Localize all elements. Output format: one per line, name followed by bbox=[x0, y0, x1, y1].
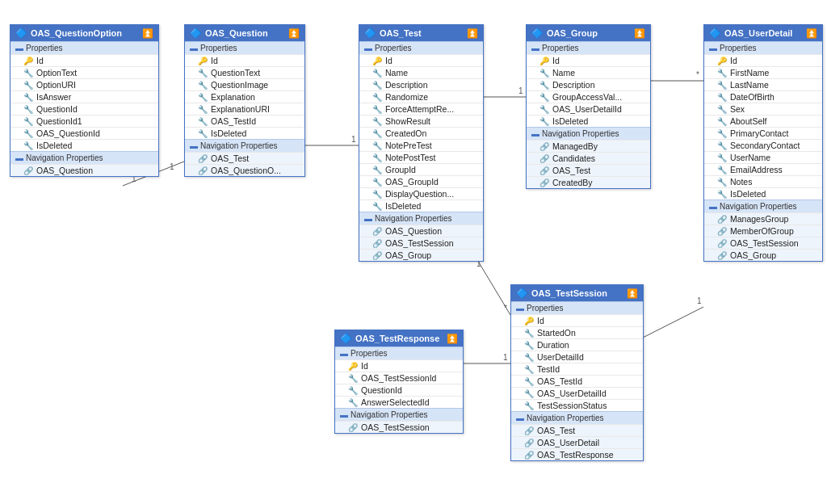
entity-icon: 🔷 bbox=[340, 333, 352, 344]
properties-section-header: ▬ Properties bbox=[185, 41, 304, 54]
entity-icon: 🔷 bbox=[15, 27, 27, 39]
nav-section-header: ▬ Navigation Properties bbox=[704, 200, 822, 212]
svg-text:1: 1 bbox=[518, 86, 523, 95]
entity-icon: 🔷 bbox=[190, 27, 202, 39]
entity-questionoption-header: 🔷 OAS_QuestionOption ⏫ bbox=[10, 25, 158, 41]
entity-test-title: OAS_Test bbox=[380, 28, 422, 38]
entity-icon: 🔷 bbox=[531, 27, 544, 39]
entity-testsession-header: 🔷 OAS_TestSession ⏫ bbox=[511, 285, 643, 301]
entity-group-title: OAS_Group bbox=[547, 28, 598, 38]
row-id: 🔑Id bbox=[10, 54, 158, 66]
properties-section-header: ▬ Properties bbox=[335, 346, 463, 359]
entity-userdetail-title: OAS_UserDetail bbox=[724, 28, 792, 38]
entity-question: 🔷 OAS_Question ⏫ ▬ Properties 🔑Id 🔧Quest… bbox=[184, 24, 305, 177]
row-isanswer: 🔧IsAnswer bbox=[10, 90, 158, 103]
entity-userdetail: 🔷 OAS_UserDetail ⏫ ▬ Properties 🔑Id 🔧Fir… bbox=[703, 24, 823, 262]
expand-icon[interactable]: ⏫ bbox=[806, 28, 817, 39]
entity-group: 🔷 OAS_Group ⏫ ▬ Properties 🔑Id 🔧Name 🔧De… bbox=[526, 24, 651, 189]
nav-section-header: ▬ Navigation Properties bbox=[335, 408, 463, 421]
entity-testsession: 🔷 OAS_TestSession ⏫ ▬ Properties 🔑Id 🔧St… bbox=[510, 284, 644, 461]
nav-section-header: ▬ Navigation Properties bbox=[359, 212, 483, 225]
row-isdeleted: 🔧IsDeleted bbox=[10, 139, 158, 151]
properties-section-header: ▬ Properties bbox=[359, 41, 483, 54]
properties-section-header: ▬ Properties bbox=[511, 301, 643, 314]
entity-testresponse-header: 🔷 OAS_TestResponse ⏫ bbox=[335, 330, 463, 346]
row-oasquestionid: 🔧OAS_QuestionId bbox=[10, 127, 158, 139]
entity-question-header: 🔷 OAS_Question ⏫ bbox=[185, 25, 304, 41]
expand-icon[interactable]: ⏫ bbox=[288, 28, 300, 39]
expand-icon[interactable]: ⏫ bbox=[634, 28, 645, 39]
entity-questionoption-title: OAS_QuestionOption bbox=[31, 28, 122, 38]
properties-section-header: ▬ Properties bbox=[704, 41, 822, 54]
nav-section-header: ▬ Navigation Properties bbox=[10, 151, 158, 164]
nav-section-header: ▬ Navigation Properties bbox=[527, 127, 650, 140]
svg-line-18 bbox=[640, 307, 703, 339]
svg-text:*: * bbox=[696, 70, 699, 79]
entity-test: 🔷 OAS_Test ⏫ ▬ Properties 🔑Id 🔧Name 🔧Des… bbox=[359, 24, 484, 262]
entity-group-header: 🔷 OAS_Group ⏫ bbox=[527, 25, 650, 41]
nav-row-question: 🔗OAS_Question bbox=[10, 164, 158, 176]
expand-icon[interactable]: ⏫ bbox=[627, 288, 638, 299]
svg-text:1: 1 bbox=[503, 353, 508, 362]
row-optionuri: 🔧OptionURI bbox=[10, 78, 158, 90]
entity-questionoption: 🔷 OAS_QuestionOption ⏫ ▬ Properties 🔑Id … bbox=[10, 24, 159, 177]
nav-section-header: ▬ Navigation Properties bbox=[185, 139, 304, 152]
entity-question-title: OAS_Question bbox=[205, 28, 268, 38]
svg-text:*: * bbox=[504, 304, 507, 313]
row-questionid: 🔧QuestionId bbox=[10, 103, 158, 115]
entity-userdetail-header: 🔷 OAS_UserDetail ⏫ bbox=[704, 25, 822, 41]
diagram-canvas: 1 1 * 1 * 1 * * 1 * * 1 1 * 🔷 OAS_Questi… bbox=[0, 0, 827, 504]
entity-icon: 🔷 bbox=[516, 288, 528, 299]
entity-testresponse: 🔷 OAS_TestResponse ⏫ ▬ Properties 🔑Id 🔧O… bbox=[334, 330, 464, 434]
properties-section-header: ▬ Properties bbox=[527, 41, 650, 54]
expand-icon[interactable]: ⏫ bbox=[447, 334, 458, 344]
entity-test-header: 🔷 OAS_Test ⏫ bbox=[359, 25, 483, 41]
entity-icon: 🔷 bbox=[709, 27, 721, 39]
svg-text:1: 1 bbox=[170, 162, 174, 171]
svg-text:1: 1 bbox=[697, 296, 702, 305]
expand-icon[interactable]: ⏫ bbox=[142, 28, 153, 39]
entity-testresponse-title: OAS_TestResponse bbox=[355, 334, 439, 343]
entity-icon: 🔷 bbox=[364, 27, 376, 39]
svg-text:1: 1 bbox=[351, 135, 356, 144]
row-optiontext: 🔧OptionText bbox=[10, 66, 158, 78]
nav-section-header: ▬ Navigation Properties bbox=[511, 411, 643, 424]
entity-testsession-title: OAS_TestSession bbox=[531, 288, 607, 298]
expand-icon[interactable]: ⏫ bbox=[467, 28, 478, 39]
properties-section-header: ▬ Properties bbox=[10, 41, 158, 54]
row-questionid1: 🔧QuestionId1 bbox=[10, 115, 158, 127]
